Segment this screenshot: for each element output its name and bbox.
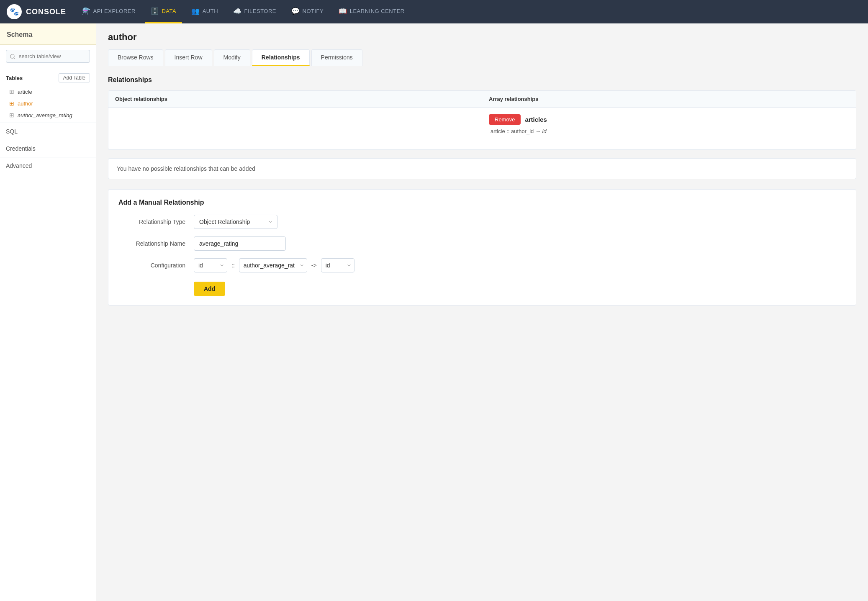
- tab-permissions[interactable]: Permissions: [311, 49, 362, 66]
- schema-heading: Schema: [0, 23, 96, 45]
- logo[interactable]: 🐾 CONSOLE: [7, 4, 66, 19]
- rel-table-header: Object relationships Array relationships: [108, 91, 856, 108]
- rel-mapping-text: article :: author_id → id: [490, 128, 547, 134]
- config-sep1: ::: [231, 262, 235, 269]
- sidebar-item-author-average-rating[interactable]: ⊞ author_average_rating: [6, 109, 90, 121]
- config-label: Configuration: [118, 262, 194, 269]
- add-table-button[interactable]: Add Table: [59, 73, 90, 82]
- tables-section: Tables Add Table ⊞ article ⊞ author ⊞ au…: [0, 68, 96, 123]
- rel-type-row: Relationship Type Object Relationship Ar…: [118, 215, 846, 229]
- nav-filestore-label: FILESTORE: [244, 8, 277, 14]
- sidebar: Schema Tables Add Table ⊞ article ⊞ auth…: [0, 23, 96, 601]
- nav-learning-center[interactable]: 📖 LEARNING CENTER: [333, 0, 411, 23]
- rel-type-label: Relationship Type: [118, 218, 194, 225]
- remove-articles-button[interactable]: Remove: [489, 114, 521, 125]
- array-rel-entry-top: Remove articles: [489, 114, 849, 125]
- array-rel-name: articles: [525, 116, 547, 123]
- notify-icon: 💬: [291, 7, 300, 15]
- api-explorer-icon: ⚗️: [82, 7, 91, 15]
- article-table-name: article: [18, 89, 32, 95]
- auth-icon: 👥: [191, 7, 200, 15]
- tab-modify[interactable]: Modify: [214, 49, 250, 66]
- config-selects: id :: author_average_rat -> id: [194, 258, 354, 272]
- nav-filestore[interactable]: ☁️ FILESTORE: [227, 0, 282, 23]
- author-table-icon: ⊞: [9, 100, 14, 107]
- advanced-label: Advanced: [6, 162, 32, 169]
- rel-type-select[interactable]: Object Relationship Array Relationship: [194, 215, 277, 229]
- array-rel-entry: Remove articles article :: author_id → i…: [489, 114, 849, 134]
- search-container: [0, 45, 96, 68]
- page-title: author: [108, 32, 856, 43]
- logo-icon: 🐾: [7, 4, 22, 19]
- tab-browse-rows[interactable]: Browse Rows: [108, 49, 163, 66]
- relationships-table: Object relationships Array relationships…: [108, 90, 856, 150]
- credentials-label: Credentials: [6, 145, 36, 152]
- object-rel-col: [108, 108, 482, 149]
- nav-notify[interactable]: 💬 NOTIFY: [285, 0, 329, 23]
- array-rel-header: Array relationships: [482, 91, 856, 107]
- sidebar-item-credentials[interactable]: Credentials: [0, 140, 96, 157]
- nav-api-explorer[interactable]: ⚗️ API EXPLORER: [76, 0, 141, 23]
- sidebar-item-author[interactable]: ⊞ author: [6, 98, 90, 109]
- array-rel-mapping: article :: author_id → id: [489, 128, 849, 134]
- sidebar-item-sql[interactable]: SQL: [0, 123, 96, 140]
- no-rel-message: You have no possible relationships that …: [108, 158, 856, 179]
- search-input[interactable]: [6, 50, 90, 63]
- author-avg-table-icon: ⊞: [9, 112, 14, 118]
- nav-auth-label: AUTH: [203, 8, 218, 14]
- tables-label: Tables: [6, 75, 23, 81]
- data-icon: 🗄️: [151, 7, 159, 15]
- manual-rel-title: Add a Manual Relationship: [118, 199, 846, 206]
- config-col1-select[interactable]: id: [194, 258, 227, 272]
- sidebar-item-article[interactable]: ⊞ article: [6, 86, 90, 98]
- config-col3-select[interactable]: id: [321, 258, 354, 272]
- nav-data[interactable]: 🗄️ DATA: [145, 0, 182, 23]
- object-rel-header: Object relationships: [108, 91, 482, 107]
- manual-relationship-box: Add a Manual Relationship Relationship T…: [108, 189, 856, 306]
- nav-learning-center-label: LEARNING CENTER: [350, 8, 405, 14]
- filestore-icon: ☁️: [233, 7, 242, 15]
- nav-api-explorer-label: API EXPLORER: [93, 8, 136, 14]
- config-col2-select[interactable]: author_average_rat: [239, 258, 307, 272]
- nav-notify-label: NOTIFY: [303, 8, 324, 14]
- add-manual-rel-button[interactable]: Add: [194, 282, 225, 296]
- config-sep2: ->: [311, 262, 317, 269]
- main-content: author Browse Rows Insert Row Modify Rel…: [96, 23, 868, 601]
- tab-insert-row[interactable]: Insert Row: [165, 49, 212, 66]
- sidebar-item-advanced[interactable]: Advanced: [0, 157, 96, 174]
- array-rel-col: Remove articles article :: author_id → i…: [482, 108, 856, 149]
- tab-relationships[interactable]: Relationships: [252, 49, 310, 66]
- author-avg-table-name: author_average_rating: [18, 112, 72, 118]
- nav-auth[interactable]: 👥 AUTH: [185, 0, 224, 23]
- learning-center-icon: 📖: [339, 7, 347, 15]
- sql-label: SQL: [6, 128, 18, 135]
- top-navigation: 🐾 CONSOLE ⚗️ API EXPLORER 🗄️ DATA 👥 AUTH…: [0, 0, 868, 23]
- tables-header: Tables Add Table: [6, 73, 90, 82]
- nav-data-label: DATA: [162, 8, 176, 14]
- relationships-section-title: Relationships: [108, 76, 856, 84]
- rel-name-row: Relationship Name: [118, 236, 846, 251]
- config-row: Configuration id :: author_average_rat -…: [118, 258, 846, 272]
- rel-name-input[interactable]: [194, 236, 286, 251]
- rel-name-label: Relationship Name: [118, 240, 194, 247]
- layout: Schema Tables Add Table ⊞ article ⊞ auth…: [0, 23, 868, 601]
- article-table-icon: ⊞: [9, 88, 14, 95]
- rel-table-body: Remove articles article :: author_id → i…: [108, 108, 856, 149]
- logo-text: CONSOLE: [26, 8, 66, 16]
- tab-bar: Browse Rows Insert Row Modify Relationsh…: [108, 49, 856, 66]
- author-table-name: author: [18, 100, 33, 107]
